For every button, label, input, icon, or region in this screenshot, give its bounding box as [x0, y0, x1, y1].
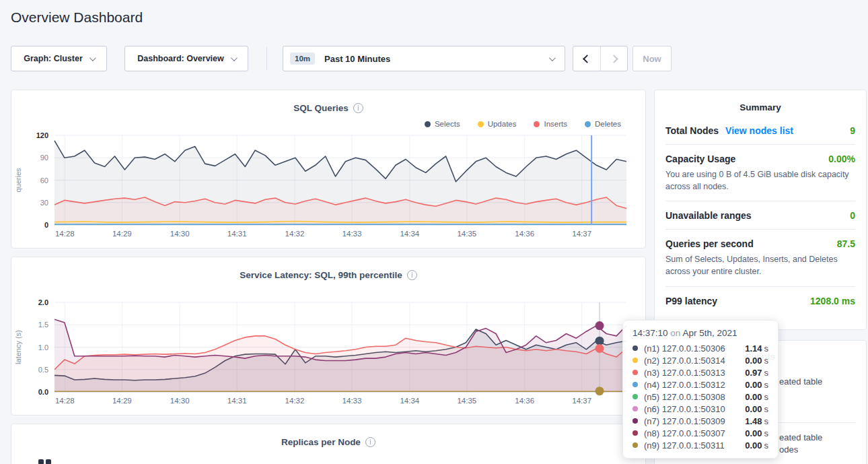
- tooltip-node-row: (n8) 127.0.0.1:503070.00s: [632, 427, 768, 439]
- summary-row-capacity-usage: Capacity Usage 0.00% You are using 0 B o…: [665, 145, 855, 201]
- time-range-dropdown[interactable]: 10m Past 10 Minutes: [283, 46, 565, 71]
- queries-per-second-value: 87.5: [837, 238, 855, 249]
- tooltip-node-row: (n2) 127.0.0.1:503140.00s: [632, 354, 768, 366]
- svg-text:14:32: 14:32: [285, 397, 305, 405]
- now-button[interactable]: Now: [632, 46, 672, 71]
- svg-text:14:29: 14:29: [112, 397, 132, 405]
- tooltip-node-row: (n3) 127.0.0.1:503130.97s: [632, 366, 768, 378]
- tooltip-timestamp: 14:37:10 on Apr 5th, 2021: [632, 328, 768, 338]
- service-latency-chart-title: Service Latency: SQL, 99th percentile i: [11, 270, 645, 280]
- svg-text:14:34: 14:34: [400, 230, 419, 238]
- info-icon[interactable]: i: [407, 270, 417, 280]
- summary-row-p99-latency: P99 latency 1208.0 ms: [665, 287, 855, 314]
- capacity-usage-value: 0.00%: [828, 154, 855, 164]
- svg-text:14:33: 14:33: [342, 397, 362, 405]
- node-address: (n2) 127.0.0.1:50314: [644, 356, 745, 366]
- svg-text:0.5: 0.5: [38, 366, 48, 374]
- node-latency-value: 0.00: [745, 428, 762, 438]
- svg-text:14:29: 14:29: [112, 230, 132, 238]
- event-row-fragment[interactable]: eated table: [779, 376, 822, 387]
- sql-queries-chart-plot[interactable]: 14:2814:2914:3014:3114:3214:3314:3414:35…: [11, 127, 647, 249]
- tooltip-node-row: (n4) 127.0.0.1:503120.00s: [632, 378, 768, 391]
- svg-text:14:32: 14:32: [285, 230, 305, 238]
- legend-dot: [425, 121, 431, 127]
- node-color-dot: [632, 358, 638, 363]
- toolbar-divider: [266, 47, 267, 70]
- summary-row-unavailable-ranges: Unavailable ranges 0: [665, 201, 855, 230]
- service-latency-chart-plot[interactable]: 14:2814:2914:3014:3114:3214:3314:3414:35…: [11, 294, 647, 416]
- replicas-per-node-chart-title: Replicas per Node i: [11, 437, 645, 447]
- svg-text:14:34: 14:34: [400, 397, 419, 405]
- svg-text:0.0: 0.0: [38, 388, 48, 396]
- node-color-dot: [632, 406, 638, 411]
- svg-text:60: 60: [40, 176, 48, 185]
- svg-text:14:31: 14:31: [227, 230, 247, 238]
- summary-panel: Summary Total Nodes View nodes list 9 Ca…: [654, 90, 867, 330]
- tooltip-node-row: (n7) 127.0.0.1:503091.48s: [632, 415, 768, 427]
- time-range-badge: 10m: [290, 53, 315, 65]
- clipped-legend-mark: [38, 459, 44, 464]
- svg-text:14:28: 14:28: [55, 397, 75, 405]
- node-latency-value: 1.48: [745, 416, 762, 426]
- svg-text:0: 0: [44, 221, 48, 229]
- total-nodes-value: 9: [850, 125, 855, 136]
- unavailable-ranges-value: 0: [850, 210, 855, 221]
- svg-text:latency (s): latency (s): [14, 330, 22, 364]
- overview-dashboard-page: Overview Dashboard Graph: Cluster Dashbo…: [0, 0, 868, 464]
- node-address: (n8) 127.0.0.1:50307: [644, 428, 745, 438]
- svg-text:14:33: 14:33: [342, 230, 362, 238]
- graph-dropdown[interactable]: Graph: Cluster: [11, 46, 107, 71]
- legend-dot: [534, 121, 540, 127]
- node-latency-value: 0.97: [745, 368, 762, 378]
- node-address: (n3) 127.0.0.1:50313: [644, 368, 745, 378]
- node-latency-value: 0.00: [745, 356, 762, 366]
- node-address: (n1) 127.0.0.1:50306: [644, 343, 745, 354]
- svg-text:14:35: 14:35: [457, 397, 476, 405]
- svg-text:1.5: 1.5: [38, 321, 48, 329]
- node-color-dot: [632, 382, 638, 387]
- summary-row-queries-per-second: Queries per second 87.5 Sum of Selects, …: [665, 230, 855, 286]
- event-row-fragment[interactable]: odes: [779, 444, 798, 455]
- chevron-left-icon: [583, 55, 591, 63]
- info-icon[interactable]: i: [353, 103, 363, 113]
- svg-text:14:36: 14:36: [515, 397, 534, 405]
- graph-dropdown-label: Graph: Cluster: [24, 54, 83, 63]
- node-color-dot: [632, 442, 638, 448]
- node-color-dot: [632, 418, 638, 424]
- svg-text:14:35: 14:35: [457, 230, 476, 238]
- legend-dot: [478, 121, 484, 127]
- sql-queries-chart-card: SQL Queries i Selects Updates Inserts De…: [11, 90, 646, 248]
- dashboard-dropdown[interactable]: Dashboard: Overview: [124, 46, 248, 71]
- view-nodes-list-link[interactable]: View nodes list: [725, 125, 793, 136]
- event-row-fragment[interactable]: eated table: [779, 432, 822, 442]
- svg-text:14:37: 14:37: [572, 397, 591, 405]
- next-time-button[interactable]: [600, 46, 627, 71]
- summary-title: Summary: [655, 90, 866, 117]
- svg-text:120: 120: [36, 131, 48, 139]
- service-latency-chart-card: Service Latency: SQL, 99th percentile i …: [11, 257, 646, 416]
- clipped-legend-mark: [46, 459, 51, 464]
- page-title: Overview Dashboard: [11, 9, 143, 26]
- dashboard-dropdown-label: Dashboard: Overview: [137, 54, 224, 63]
- chart-hover-tooltip: 14:37:10 on Apr 5th, 2021 (n1) 127.0.0.1…: [622, 320, 779, 459]
- capacity-usage-description: You are using 0 B of 4.5 GiB usable disk…: [665, 168, 855, 193]
- node-latency-value: 0.00: [745, 392, 762, 402]
- node-color-dot: [632, 394, 638, 399]
- node-address: (n6) 127.0.0.1:50310: [644, 404, 745, 414]
- node-color-dot: [632, 345, 638, 351]
- node-latency-value: 1.14: [745, 343, 762, 354]
- svg-text:14:28: 14:28: [55, 230, 75, 238]
- node-address: (n7) 127.0.0.1:50309: [644, 416, 745, 426]
- svg-text:1.0: 1.0: [38, 343, 48, 352]
- tooltip-node-row: (n6) 127.0.0.1:503100.00s: [632, 403, 768, 415]
- prev-time-button[interactable]: [573, 46, 600, 71]
- node-latency-value: 0.00: [745, 404, 762, 414]
- svg-text:14:30: 14:30: [170, 230, 190, 238]
- svg-text:2.0: 2.0: [38, 298, 48, 306]
- legend-dot: [585, 121, 591, 127]
- node-address: (n4) 127.0.0.1:50312: [644, 380, 745, 390]
- info-icon[interactable]: i: [365, 437, 375, 447]
- summary-row-total-nodes: Total Nodes View nodes list 9: [665, 117, 855, 145]
- tooltip-node-row: (n5) 127.0.0.1:503080.00s: [632, 391, 768, 403]
- svg-text:14:30: 14:30: [170, 397, 190, 405]
